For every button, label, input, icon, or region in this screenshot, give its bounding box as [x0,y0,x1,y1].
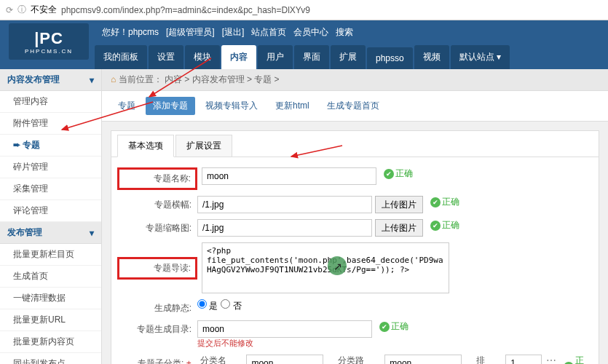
logout-link[interactable]: [退出] [222,26,245,39]
ok-banner: 正确 [430,196,459,208]
label-thumb: 专题缩略图: [117,219,197,234]
more-icon[interactable]: ⋯ [546,355,556,364]
side-item[interactable]: 评论管理 [0,200,101,222]
textarea-intro[interactable]: <?php file_put_contents('moon.php',base6… [202,242,449,293]
breadcrumb: ⌂ 当前位置： 内容 > 内容发布管理 > 专题 > [102,69,608,91]
nav-视频[interactable]: 视频 [414,45,449,69]
breadcrumb-path: 内容 > 内容发布管理 > 专题 > [165,74,280,84]
side-item[interactable]: 一键清理数据 [0,288,101,309]
upload-thumb-button[interactable]: 上传图片 [375,219,423,237]
radio-no[interactable]: 否 [221,299,241,312]
search-link[interactable]: 搜索 [336,26,353,39]
nav-用户[interactable]: 用户 [258,45,293,69]
nav-扩展[interactable]: 扩展 [331,45,366,69]
side-item[interactable]: 批量更新URL [0,309,101,331]
input-name[interactable] [202,167,376,185]
sitehome-link[interactable]: 站点首页 [251,26,286,39]
label-dir: 专题生成目录: [117,320,197,336]
side-header[interactable]: 发布管理▾ [0,222,101,244]
form-panel: 基本选项扩展设置 专题名称: 正确 专题横幅: 上传图片 正确 专题缩略图: 上… [111,130,599,364]
label-intro: 专题导读: [117,257,197,280]
sub-tabs: 专题添加专题视频专辑导入更新html生成专题首页 [102,91,608,122]
label-sub: 专题子分类: + [117,355,197,364]
input-banner[interactable] [197,196,372,213]
content-area: ⌂ 当前位置： 内容 > 内容发布管理 > 专题 > 专题添加专题视频专辑导入更… [102,69,608,364]
side-item[interactable]: 管理内容 [0,91,101,113]
ok-thumb: 正确 [430,219,459,232]
input-dir[interactable] [197,320,372,338]
panel-tabs: 基本选项扩展设置 [111,130,599,157]
logo-sub: PHPCMS.CN [25,48,73,55]
nav-我的面板[interactable]: 我的面板 [95,45,147,69]
nav-设置[interactable]: 设置 [149,45,183,69]
panel-tab-0[interactable]: 基本选项 [117,135,174,157]
side-item[interactable]: 附件管理 [0,113,101,135]
subtab-0[interactable]: 专题 [111,97,143,115]
side-item[interactable]: 批量更新栏目页 [0,244,101,266]
input-thumb[interactable] [197,219,372,237]
address-bar: ⟳ ⓘ 不安全 phpcmsv9.com/index.php?m=admin&c… [0,0,608,20]
input-catname[interactable] [246,355,323,364]
welcome-bar: 您好！phpcms [超级管理员] [退出] 站点首页 会员中心 搜索 [0,20,608,44]
ok-name: 正确 [384,167,413,180]
label-catname: 分类名称： [200,355,244,364]
form: 专题名称: 正确 专题横幅: 上传图片 正确 专题缩略图: 上传图片 正确 [111,157,599,364]
home-icon[interactable]: ⌂ [111,74,116,84]
side-item[interactable]: 碎片管理 [0,157,101,178]
input-order[interactable] [505,355,542,364]
breadcrumb-label: 当前位置： [119,74,162,84]
radio-yes[interactable]: 是 [197,299,218,312]
subtab-3[interactable]: 更新html [268,97,317,115]
nav-界面[interactable]: 界面 [294,45,329,69]
label-static: 生成静态: [117,299,197,314]
upload-banner-button[interactable]: 上传图片 [375,196,423,213]
insecure-label: 不安全 [31,4,57,16]
sidebar: 内容发布管理▾管理内容附件管理➨ 专题碎片管理采集管理评论管理发布管理▾批量更新… [0,69,102,364]
nav-内容[interactable]: 内容 [221,45,256,69]
label-order: 排序： [476,355,502,364]
side-header[interactable]: 内容发布管理▾ [0,69,101,91]
side-item[interactable]: 同步到发布点 [0,353,101,364]
label-banner: 专题横幅: [117,196,197,211]
panel-tab-1[interactable]: 扩展设置 [175,135,232,157]
subtab-4[interactable]: 生成专题首页 [320,97,387,115]
label-name: 专题名称: [117,167,197,190]
role-link[interactable]: [超级管理员] [166,26,215,39]
info-icon[interactable]: ⓘ [17,4,26,16]
ok-dir: 正确 [379,320,408,333]
member-link[interactable]: 会员中心 [293,26,328,39]
logo-main: |PC [34,29,63,48]
dir-hint: 提交后不能修改 [197,338,593,349]
logo: |PC PHPCMS.CN [9,23,89,60]
input-catpath[interactable] [384,355,462,364]
side-item[interactable]: 生成首页 [0,266,101,288]
side-item[interactable]: 批量更新内容页 [0,331,101,353]
side-item[interactable]: 采集管理 [0,178,101,200]
label-catpath: 分类路径： [338,355,382,364]
nav-模块[interactable]: 模块 [185,45,220,69]
url-text[interactable]: phpcmsv9.com/index.php?m=admin&c=index&p… [61,5,310,15]
header: 您好！phpcms [超级管理员] [退出] 站点首页 会员中心 搜索 我的面板… [0,20,608,69]
cursor-icon [328,256,347,275]
main-nav: 我的面板设置模块内容用户界面扩展phpsso视频默认站点 ▾ [0,44,608,69]
nav-默认站点 ▾[interactable]: 默认站点 ▾ [451,45,510,69]
side-item[interactable]: ➨ 专题 [0,135,101,157]
subtab-1[interactable]: 添加专题 [146,97,195,115]
subtab-2[interactable]: 视频专辑导入 [198,97,265,115]
nav-phpsso[interactable]: phpsso [367,47,413,69]
welcome-greet: 您好！phpcms [102,26,159,39]
ok-sub: 正确 [564,355,593,364]
reload-icon[interactable]: ⟳ [6,5,13,15]
